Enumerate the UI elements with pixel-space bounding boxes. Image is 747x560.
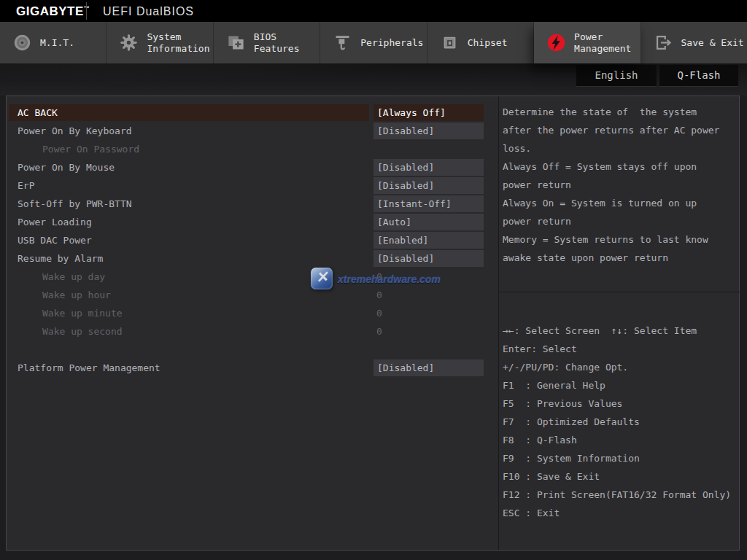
help-panel: Determine the state of the systemafter t… (498, 96, 740, 550)
settings-row-resume-by-alarm[interactable]: Resume by Alarm[Disabled] (7, 250, 498, 267)
peripheral-icon (333, 33, 352, 52)
settings-row-wake-up-hour: Wake up hour0 (7, 287, 498, 303)
setting-label: Power On Password (42, 141, 139, 158)
setting-label: Platform Power Management (18, 359, 160, 376)
setting-label: USB DAC Power (18, 232, 92, 249)
tab-bios-features[interactable]: BIOS Features (214, 22, 320, 63)
help-line: awake state upon power return (503, 249, 738, 267)
settings-row-erp[interactable]: ErP[Disabled] (7, 177, 498, 194)
gigabyte-logo: GIGABYTE™ (16, 4, 90, 19)
settings-spacer (7, 341, 498, 358)
language-button[interactable]: English (576, 65, 657, 87)
legend-line: F9 : System Information (503, 449, 740, 467)
gear-icon (119, 33, 139, 52)
tab-bar: M.I.T.System InformationBIOS FeaturesPer… (0, 22, 747, 63)
setting-label: Wake up hour (42, 287, 111, 303)
setting-value[interactable]: [Disabled] (374, 250, 484, 267)
help-line: Memory = System returns to last know (503, 230, 738, 249)
selected-row-highlight (9, 104, 369, 121)
qflash-button[interactable]: Q-Flash (659, 65, 738, 87)
settings-row-power-on-by-keyboard[interactable]: Power On By Keyboard[Disabled] (7, 122, 498, 139)
topbar-divider (86, 2, 87, 20)
setting-label: Power Loading (18, 214, 92, 230)
tab-peripherals[interactable]: Peripherals (320, 22, 427, 63)
legend-line: Enter: Select (503, 340, 740, 358)
exit-icon (654, 33, 673, 52)
setting-value-plain: 0 (376, 268, 382, 285)
help-line: Always Off = System stays off upon (503, 158, 738, 176)
legend-line: F10 : Save & Exit (503, 467, 740, 486)
help-line: after the power returns after AC power (503, 121, 738, 139)
tab-power-management[interactable]: Power Management (534, 22, 640, 63)
setting-label: Soft-Off by PWR-BTTN (18, 195, 132, 212)
legend-line: F5 : Previous Values (503, 394, 740, 413)
settings-row-wake-up-minute: Wake up minute0 (7, 305, 498, 322)
tab-label: Chipset (468, 37, 508, 49)
settings-row-wake-up-day: Wake up day0 (7, 268, 498, 285)
settings-row-power-on-password: Power On Password (7, 141, 498, 158)
settings-row-power-loading[interactable]: Power Loading[Auto] (7, 214, 498, 230)
tab-save-exit[interactable]: Save & Exit (641, 22, 747, 63)
settings-row-platform-power-management[interactable]: Platform Power Management[Disabled] (7, 359, 498, 376)
setting-value[interactable]: [Instant-Off] (374, 195, 484, 212)
setting-value[interactable]: [Disabled] (374, 122, 484, 139)
setting-label: AC BACK (18, 104, 58, 121)
setting-value[interactable]: [Auto] (374, 214, 484, 230)
legend-line: →←: Select Screen ↑↓: Select Item (503, 322, 740, 340)
setting-label: Resume by Alarm (18, 250, 103, 267)
chip-icon (440, 33, 460, 52)
setting-value-plain: 0 (376, 287, 382, 303)
settings-row-usb-dac-power[interactable]: USB DAC Power[Enabled] (7, 232, 498, 249)
legend-line: F7 : Optimized Defaults (503, 413, 740, 431)
setting-value[interactable]: [Always Off] (374, 104, 484, 121)
legend-line: ESC : Exit (503, 504, 740, 522)
setting-value-plain: 0 (376, 323, 382, 340)
setting-label: Power On By Mouse (18, 159, 115, 176)
trademark-symbol: ™ (84, 5, 90, 12)
setting-value[interactable]: [Disabled] (374, 159, 484, 176)
tab-label: Save & Exit (681, 37, 744, 49)
legend-line: F8 : Q-Flash (503, 431, 740, 449)
help-line: Always On = System is turned on up (503, 194, 738, 212)
main-panel: AC BACK[Always Off]Power On By Keyboard[… (6, 96, 740, 551)
folder-plus-icon (226, 33, 246, 52)
tab-system-information[interactable]: System Information (107, 22, 213, 63)
mit-icon (12, 33, 32, 52)
setting-label: Power On By Keyboard (18, 122, 132, 139)
tab-chipset[interactable]: Chipset (427, 22, 534, 63)
setting-label: Wake up minute (42, 305, 123, 322)
setting-value[interactable]: [Enabled] (374, 232, 484, 249)
power-bolt-icon (546, 33, 566, 52)
tab-label: System Information (147, 31, 209, 55)
help-line: loss. (503, 139, 738, 158)
settings-list: AC BACK[Always Off]Power On By Keyboard[… (7, 104, 498, 378)
setting-value[interactable]: [Disabled] (374, 177, 484, 194)
setting-value[interactable]: [Disabled] (374, 359, 484, 376)
help-line: Determine the state of the system (503, 103, 738, 121)
key-legend: →←: Select Screen ↑↓: Select ItemEnter: … (503, 322, 740, 522)
setting-value-plain: 0 (376, 305, 382, 322)
tab-label: Peripherals (360, 37, 423, 49)
setting-label: Wake up second (42, 323, 123, 340)
setting-label: ErP (18, 177, 34, 194)
legend-line: F12 : Print Screen(FAT16/32 Format Only) (503, 486, 740, 504)
sub-header-band: English Q-Flash (0, 63, 747, 96)
settings-row-power-on-by-mouse[interactable]: Power On By Mouse[Disabled] (7, 159, 498, 176)
tab-label: BIOS Features (254, 31, 300, 55)
help-line: power return (503, 176, 738, 194)
top-bar: GIGABYTE™ UEFI DualBIOS (0, 0, 747, 22)
help-text: Determine the state of the systemafter t… (503, 103, 738, 267)
settings-row-wake-up-second: Wake up second0 (7, 323, 498, 340)
tab-label: Power Management (574, 31, 631, 55)
setting-label: Wake up day (42, 268, 105, 285)
tab-mit[interactable]: M.I.T. (0, 22, 107, 63)
bios-title: UEFI DualBIOS (103, 5, 194, 18)
settings-row-ac-back[interactable]: AC BACK[Always Off] (7, 104, 498, 121)
help-line: power return (503, 212, 738, 230)
settings-row-soft-off-by-pwr-bttn[interactable]: Soft-Off by PWR-BTTN[Instant-Off] (7, 195, 498, 212)
legend-line: +/-/PU/PD: Change Opt. (503, 358, 740, 376)
tab-label: M.I.T. (40, 37, 74, 49)
help-panel-divider (499, 292, 740, 292)
legend-line: F1 : General Help (503, 376, 740, 394)
